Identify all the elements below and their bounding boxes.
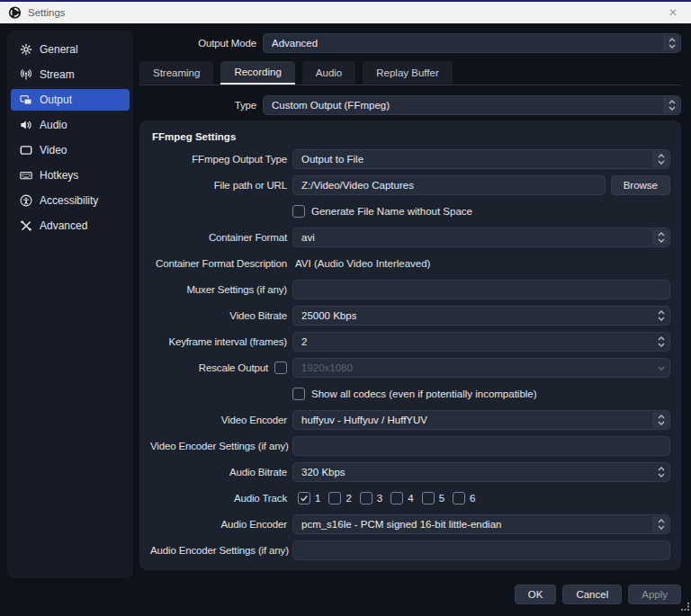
close-icon[interactable]: ✕ xyxy=(666,5,680,20)
tab-label: Replay Buffer xyxy=(376,67,438,78)
type-value: Custom Output (FFmpeg) xyxy=(272,100,390,111)
tab-label: Audio xyxy=(316,67,342,78)
sidebar-item-video[interactable]: Video xyxy=(11,139,130,161)
spinner-icon[interactable] xyxy=(664,35,679,51)
container-format-select[interactable]: avi xyxy=(292,228,670,247)
ok-button-label: OK xyxy=(528,589,543,600)
browse-button-label: Browse xyxy=(624,180,658,191)
tools-icon xyxy=(19,219,32,233)
cancel-button[interactable]: Cancel xyxy=(562,585,622,604)
audio-encoder-value: pcm_s16le - PCM signed 16-bit little-end… xyxy=(301,519,501,530)
spinner-icon[interactable] xyxy=(653,151,669,167)
keyframe-interval-spinbox[interactable]: 2 xyxy=(292,332,670,352)
ffmpeg-output-type-select[interactable]: Output to File xyxy=(292,149,670,169)
container-format-row: Container Format avi xyxy=(150,228,670,247)
video-bitrate-spinbox[interactable]: 25000 Kbps xyxy=(292,306,670,326)
sidebar-item-stream[interactable]: Stream xyxy=(11,64,130,85)
tab-streaming[interactable]: Streaming xyxy=(139,61,213,85)
audio-track-2-checkbox[interactable] xyxy=(328,492,341,504)
video-encoder-settings-row: Video Encoder Settings (if any) xyxy=(150,436,670,456)
output-tabbar: Streaming Recording Audio Replay Buffer xyxy=(139,61,681,85)
sidebar-item-output[interactable]: Output xyxy=(11,89,130,111)
video-encoder-value: huffyuv - Huffyuv / HuffYUV xyxy=(301,415,427,425)
file-path-row: File path or URL Browse xyxy=(150,175,670,195)
container-format-label: Container Format xyxy=(150,232,287,243)
spinner-icon[interactable] xyxy=(653,464,669,480)
video-encoder-settings-label: Video Encoder Settings (if any) xyxy=(150,441,287,451)
output-mode-row: Output Mode Advanced xyxy=(139,33,681,53)
spinner-icon[interactable] xyxy=(653,334,669,350)
broadcast-icon xyxy=(19,68,32,82)
sidebar-item-hotkeys[interactable]: Hotkeys xyxy=(11,165,130,186)
sidebar-item-label: Accessibility xyxy=(40,194,98,207)
audio-encoder-settings-row: Audio Encoder Settings (if any) xyxy=(150,540,670,560)
audio-track-number: 2 xyxy=(346,493,351,504)
video-encoder-settings-input[interactable] xyxy=(292,436,670,456)
generate-no-space-checkbox[interactable] xyxy=(292,205,305,218)
show-all-codecs-checkbox[interactable] xyxy=(292,388,305,400)
keyboard-icon xyxy=(19,169,32,183)
window-title: Settings xyxy=(28,7,66,18)
spinner-icon[interactable] xyxy=(653,516,669,532)
tab-replay-buffer[interactable]: Replay Buffer xyxy=(363,61,452,85)
audio-track-number: 3 xyxy=(377,493,382,504)
audio-encoder-settings-input[interactable] xyxy=(292,540,670,560)
tab-recording[interactable]: Recording xyxy=(220,61,294,85)
ok-button[interactable]: OK xyxy=(515,585,557,604)
ffmpeg-output-type-value: Output to File xyxy=(301,154,363,165)
video-bitrate-row: Video Bitrate 25000 Kbps xyxy=(150,306,670,326)
audio-track-6-checkbox[interactable] xyxy=(453,492,465,504)
recording-type-select[interactable]: Custom Output (FFmpeg) xyxy=(263,95,681,115)
sidebar-item-label: Hotkeys xyxy=(40,169,78,182)
browse-button[interactable]: Browse xyxy=(611,175,670,195)
apply-button[interactable]: Apply xyxy=(628,585,681,604)
audio-track-3-checkbox[interactable] xyxy=(360,492,372,504)
spinner-icon[interactable] xyxy=(653,308,669,324)
sidebar-item-audio[interactable]: Audio xyxy=(11,114,130,136)
generate-no-space-label: Generate File Name without Space xyxy=(311,206,472,217)
apply-button-label: Apply xyxy=(642,589,668,600)
resize-grip[interactable] xyxy=(681,598,689,614)
cancel-button-label: Cancel xyxy=(576,589,608,600)
monitor-icon xyxy=(19,144,32,157)
audio-encoder-select[interactable]: pcm_s16le - PCM signed 16-bit little-end… xyxy=(292,514,670,534)
sidebar-item-label: Stream xyxy=(40,68,75,81)
audio-track-5-checkbox[interactable] xyxy=(422,492,435,504)
sidebar-item-label: Output xyxy=(40,94,72,106)
container-format-description-value: AVI (Audio Video Interleaved) xyxy=(295,258,430,269)
sidebar-item-label: Advanced xyxy=(40,219,87,232)
sidebar-item-label: Video xyxy=(40,144,67,156)
spinner-icon[interactable] xyxy=(653,229,669,246)
audio-track-1-checkbox[interactable] xyxy=(298,492,310,504)
muxer-settings-input[interactable] xyxy=(292,280,670,299)
audio-bitrate-label: Audio Bitrate xyxy=(150,467,287,478)
keyframe-interval-label: Keyframe interval (frames) xyxy=(150,336,287,347)
output-mode-select[interactable]: Advanced xyxy=(263,33,681,53)
spinner-icon[interactable] xyxy=(664,97,679,113)
gear-icon xyxy=(19,43,32,57)
keyframe-interval-value: 2 xyxy=(301,336,307,347)
sidebar-item-label: General xyxy=(40,43,78,56)
tab-label: Streaming xyxy=(153,67,200,78)
tab-audio[interactable]: Audio xyxy=(302,61,355,85)
audio-track-row: Audio Track 1 2 3 4 5 6 xyxy=(150,488,670,508)
sidebar-item-general[interactable]: General xyxy=(11,39,130,60)
sidebar-item-advanced[interactable]: Advanced xyxy=(11,215,130,237)
video-encoder-select[interactable]: huffyuv - Huffyuv / HuffYUV xyxy=(292,410,670,430)
audio-bitrate-spinbox[interactable]: 320 Kbps xyxy=(292,462,670,482)
muxer-settings-label: Muxer Settings (if any) xyxy=(150,284,287,295)
sidebar-item-accessibility[interactable]: Accessibility xyxy=(11,190,130,211)
settings-sidebar: General Stream O xyxy=(7,31,133,578)
audio-bitrate-row: Audio Bitrate 320 Kbps xyxy=(150,462,670,482)
rescale-resolution-value: 1920x1080 xyxy=(301,362,353,373)
spinner-icon[interactable] xyxy=(653,412,669,428)
audio-track-number: 4 xyxy=(408,493,413,504)
rescale-output-checkbox[interactable] xyxy=(274,362,287,374)
audio-encoder-settings-label: Audio Encoder Settings (if any) xyxy=(150,545,287,556)
rescale-resolution-select[interactable]: 1920x1080 xyxy=(292,358,670,378)
show-all-codecs-label: Show all codecs (even if potentially inc… xyxy=(311,388,537,399)
accessibility-icon xyxy=(19,194,32,208)
audio-track-4-checkbox[interactable] xyxy=(390,492,403,504)
file-path-input[interactable] xyxy=(292,175,606,195)
audio-bitrate-value: 320 Kbps xyxy=(301,467,346,478)
